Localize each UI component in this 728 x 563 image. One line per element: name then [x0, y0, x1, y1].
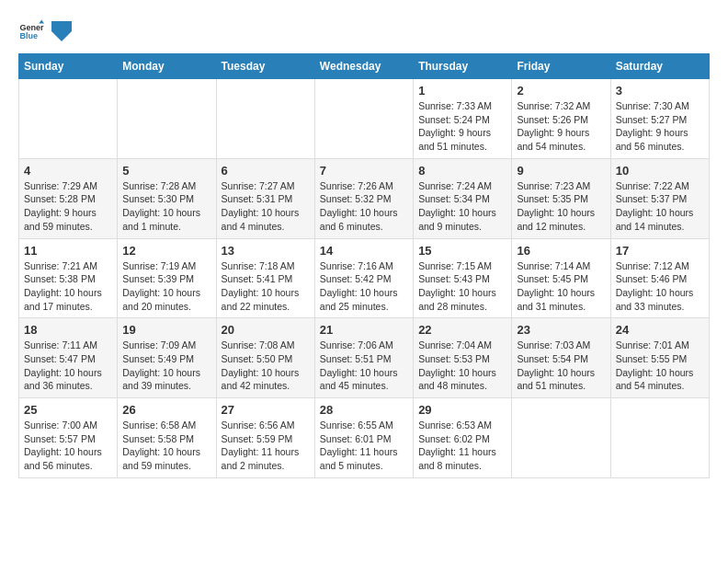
calendar-cell	[512, 398, 610, 478]
logo: General Blue	[18, 18, 72, 44]
calendar-cell: 25Sunrise: 7:00 AM Sunset: 5:57 PM Dayli…	[19, 398, 118, 478]
calendar-cell: 8Sunrise: 7:24 AM Sunset: 5:34 PM Daylig…	[414, 158, 512, 238]
day-number: 3	[616, 84, 704, 98]
day-number: 20	[222, 323, 310, 337]
day-info: Sunrise: 7:16 AM Sunset: 5:42 PM Dayligh…	[320, 259, 408, 314]
day-number: 9	[517, 164, 605, 178]
day-number: 22	[418, 323, 506, 337]
day-info: Sunrise: 7:00 AM Sunset: 5:57 PM Dayligh…	[24, 419, 112, 473]
day-info: Sunrise: 7:08 AM Sunset: 5:50 PM Dayligh…	[222, 339, 310, 393]
day-number: 8	[418, 164, 506, 178]
day-number: 7	[320, 164, 408, 178]
calendar-cell: 9Sunrise: 7:23 AM Sunset: 5:35 PM Daylig…	[512, 158, 610, 238]
calendar-cell: 29Sunrise: 6:53 AM Sunset: 6:02 PM Dayli…	[414, 398, 512, 478]
header-thursday: Thursday	[414, 54, 512, 79]
header-saturday: Saturday	[610, 54, 709, 79]
day-number: 18	[24, 323, 112, 337]
day-info: Sunrise: 7:18 AM Sunset: 5:41 PM Dayligh…	[222, 259, 310, 314]
day-info: Sunrise: 7:33 AM Sunset: 5:24 PM Dayligh…	[418, 99, 506, 154]
day-info: Sunrise: 7:04 AM Sunset: 5:53 PM Dayligh…	[418, 339, 506, 393]
calendar-cell: 17Sunrise: 7:12 AM Sunset: 5:46 PM Dayli…	[610, 238, 709, 318]
calendar-cell: 10Sunrise: 7:22 AM Sunset: 5:37 PM Dayli…	[610, 158, 709, 238]
day-number: 1	[418, 84, 506, 98]
day-info: Sunrise: 7:32 AM Sunset: 5:26 PM Dayligh…	[517, 99, 605, 154]
day-info: Sunrise: 7:27 AM Sunset: 5:31 PM Dayligh…	[222, 179, 310, 234]
day-number: 16	[517, 244, 605, 258]
header-friday: Friday	[512, 54, 610, 79]
header-sunday: Sunday	[19, 54, 118, 79]
calendar-cell: 24Sunrise: 7:01 AM Sunset: 5:55 PM Dayli…	[610, 318, 709, 398]
day-info: Sunrise: 6:56 AM Sunset: 5:59 PM Dayligh…	[222, 419, 310, 473]
day-info: Sunrise: 7:11 AM Sunset: 5:47 PM Dayligh…	[24, 339, 112, 393]
calendar-cell: 7Sunrise: 7:26 AM Sunset: 5:32 PM Daylig…	[314, 158, 413, 238]
calendar-cell: 13Sunrise: 7:18 AM Sunset: 5:41 PM Dayli…	[216, 238, 314, 318]
day-info: Sunrise: 7:06 AM Sunset: 5:51 PM Dayligh…	[320, 339, 408, 393]
calendar-cell: 11Sunrise: 7:21 AM Sunset: 5:38 PM Dayli…	[19, 238, 118, 318]
calendar-cell	[19, 79, 118, 159]
calendar-week-row: 18Sunrise: 7:11 AM Sunset: 5:47 PM Dayli…	[19, 318, 710, 398]
calendar-cell: 3Sunrise: 7:30 AM Sunset: 5:27 PM Daylig…	[610, 79, 709, 159]
calendar-week-row: 4Sunrise: 7:29 AM Sunset: 5:28 PM Daylig…	[19, 158, 710, 238]
day-number: 4	[24, 164, 112, 178]
calendar-cell	[314, 79, 413, 159]
calendar-cell: 18Sunrise: 7:11 AM Sunset: 5:47 PM Dayli…	[19, 318, 118, 398]
day-number: 6	[222, 164, 310, 178]
calendar-cell: 12Sunrise: 7:19 AM Sunset: 5:39 PM Dayli…	[118, 238, 216, 318]
svg-marker-2	[39, 19, 44, 23]
header-tuesday: Tuesday	[216, 54, 314, 79]
calendar-cell: 21Sunrise: 7:06 AM Sunset: 5:51 PM Dayli…	[314, 318, 413, 398]
calendar-cell: 26Sunrise: 6:58 AM Sunset: 5:58 PM Dayli…	[118, 398, 216, 478]
day-info: Sunrise: 7:14 AM Sunset: 5:45 PM Dayligh…	[517, 259, 605, 314]
calendar-week-row: 1Sunrise: 7:33 AM Sunset: 5:24 PM Daylig…	[19, 79, 710, 159]
day-info: Sunrise: 7:21 AM Sunset: 5:38 PM Dayligh…	[24, 259, 112, 314]
svg-text:General: General	[19, 23, 44, 32]
day-info: Sunrise: 7:28 AM Sunset: 5:30 PM Dayligh…	[122, 179, 210, 234]
calendar-cell: 22Sunrise: 7:04 AM Sunset: 5:53 PM Dayli…	[414, 318, 512, 398]
calendar-week-row: 11Sunrise: 7:21 AM Sunset: 5:38 PM Dayli…	[19, 238, 710, 318]
calendar-cell: 27Sunrise: 6:56 AM Sunset: 5:59 PM Dayli…	[216, 398, 314, 478]
day-number: 25	[24, 403, 112, 417]
day-number: 2	[517, 84, 605, 98]
calendar-cell: 28Sunrise: 6:55 AM Sunset: 6:01 PM Dayli…	[314, 398, 413, 478]
calendar-week-row: 25Sunrise: 7:00 AM Sunset: 5:57 PM Dayli…	[19, 398, 710, 478]
calendar-cell	[216, 79, 314, 159]
calendar-header-row: SundayMondayTuesdayWednesdayThursdayFrid…	[19, 54, 710, 79]
day-number: 29	[418, 403, 506, 417]
calendar-cell: 6Sunrise: 7:27 AM Sunset: 5:31 PM Daylig…	[216, 158, 314, 238]
day-info: Sunrise: 7:24 AM Sunset: 5:34 PM Dayligh…	[418, 179, 506, 234]
day-number: 12	[122, 244, 210, 258]
calendar-cell: 2Sunrise: 7:32 AM Sunset: 5:26 PM Daylig…	[512, 79, 610, 159]
day-number: 10	[616, 164, 704, 178]
day-info: Sunrise: 7:26 AM Sunset: 5:32 PM Dayligh…	[320, 179, 408, 234]
calendar-table: SundayMondayTuesdayWednesdayThursdayFrid…	[18, 53, 710, 478]
header-monday: Monday	[118, 54, 216, 79]
calendar-cell: 16Sunrise: 7:14 AM Sunset: 5:45 PM Dayli…	[512, 238, 610, 318]
logo-arrow-icon	[51, 21, 72, 41]
day-number: 27	[222, 403, 310, 417]
day-info: Sunrise: 6:58 AM Sunset: 5:58 PM Dayligh…	[122, 419, 210, 473]
calendar-cell	[118, 79, 216, 159]
day-number: 15	[418, 244, 506, 258]
calendar-cell: 15Sunrise: 7:15 AM Sunset: 5:43 PM Dayli…	[414, 238, 512, 318]
day-number: 28	[320, 403, 408, 417]
calendar-cell: 1Sunrise: 7:33 AM Sunset: 5:24 PM Daylig…	[414, 79, 512, 159]
page-header: General Blue	[18, 18, 710, 44]
day-info: Sunrise: 7:23 AM Sunset: 5:35 PM Dayligh…	[517, 179, 605, 234]
day-info: Sunrise: 7:30 AM Sunset: 5:27 PM Dayligh…	[616, 99, 704, 154]
day-number: 13	[222, 244, 310, 258]
svg-marker-3	[51, 21, 72, 41]
calendar-cell: 23Sunrise: 7:03 AM Sunset: 5:54 PM Dayli…	[512, 318, 610, 398]
calendar-cell: 4Sunrise: 7:29 AM Sunset: 5:28 PM Daylig…	[19, 158, 118, 238]
calendar-cell: 5Sunrise: 7:28 AM Sunset: 5:30 PM Daylig…	[118, 158, 216, 238]
day-number: 11	[24, 244, 112, 258]
day-info: Sunrise: 7:12 AM Sunset: 5:46 PM Dayligh…	[616, 259, 704, 314]
day-number: 5	[122, 164, 210, 178]
day-info: Sunrise: 7:03 AM Sunset: 5:54 PM Dayligh…	[517, 339, 605, 393]
day-number: 24	[616, 323, 704, 337]
day-info: Sunrise: 7:19 AM Sunset: 5:39 PM Dayligh…	[122, 259, 210, 314]
svg-text:Blue: Blue	[19, 31, 38, 40]
day-number: 21	[320, 323, 408, 337]
calendar-cell: 20Sunrise: 7:08 AM Sunset: 5:50 PM Dayli…	[216, 318, 314, 398]
day-info: Sunrise: 6:55 AM Sunset: 6:01 PM Dayligh…	[320, 419, 408, 473]
day-info: Sunrise: 7:15 AM Sunset: 5:43 PM Dayligh…	[418, 259, 506, 314]
